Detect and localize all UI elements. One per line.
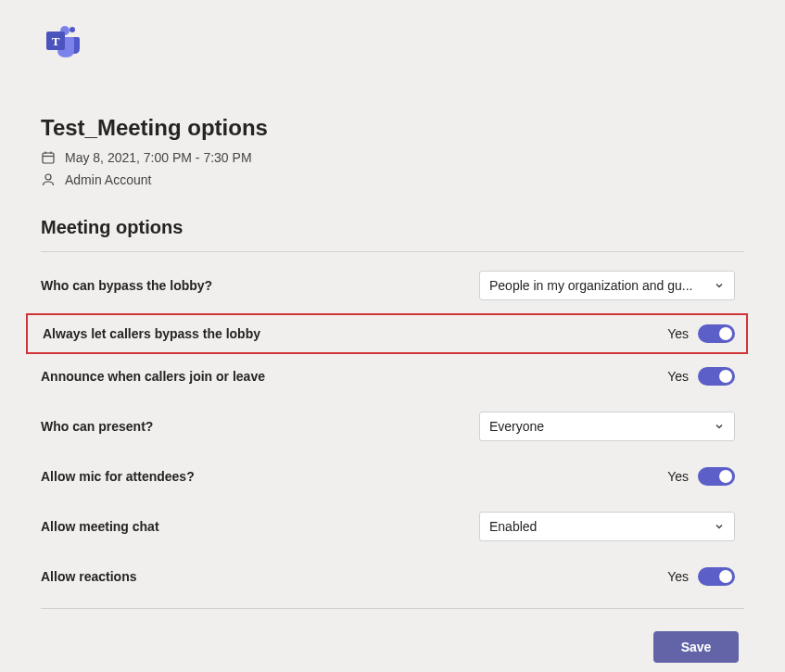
option-who-present: Who can present? Everyone — [41, 399, 744, 454]
option-label-meeting-chat: Allow meeting chat — [41, 519, 159, 534]
section-divider — [41, 251, 744, 252]
option-label-announce: Announce when callers join or leave — [41, 369, 265, 384]
calendar-icon — [41, 150, 56, 165]
select-who-present[interactable]: Everyone — [479, 412, 735, 441]
toggle-allow-mic[interactable] — [698, 467, 735, 486]
meeting-datetime-row: May 8, 2021, 7:00 PM - 7:30 PM — [41, 150, 744, 165]
option-always-bypass: Always let callers bypass the lobby Yes — [26, 313, 748, 354]
svg-point-8 — [45, 174, 51, 180]
select-meeting-chat[interactable]: Enabled — [479, 512, 735, 541]
svg-text:T: T — [52, 34, 60, 48]
person-icon — [41, 172, 56, 187]
toggle-value-announce: Yes — [667, 369, 689, 384]
chevron-down-icon — [714, 280, 725, 291]
select-value: Enabled — [489, 519, 537, 534]
toggle-value-always-bypass: Yes — [667, 326, 689, 341]
meeting-datetime: May 8, 2021, 7:00 PM - 7:30 PM — [65, 150, 252, 165]
page-title: Test_Meeting options — [41, 115, 744, 141]
select-value: People in my organization and gu... — [489, 278, 692, 293]
chevron-down-icon — [714, 421, 725, 432]
footer-divider — [41, 608, 744, 609]
meeting-organizer: Admin Account — [65, 172, 151, 187]
select-value: Everyone — [489, 419, 544, 434]
option-label-reactions: Allow reactions — [41, 569, 136, 584]
option-label-bypass-lobby: Who can bypass the lobby? — [41, 278, 212, 293]
option-allow-mic: Allow mic for attendees? Yes — [41, 454, 744, 499]
option-reactions: Allow reactions Yes — [41, 554, 744, 599]
toggle-value-reactions: Yes — [667, 569, 689, 584]
teams-logo: T — [41, 22, 744, 63]
chevron-down-icon — [714, 521, 725, 532]
toggle-reactions[interactable] — [698, 567, 735, 586]
option-announce: Announce when callers join or leave Yes — [41, 354, 744, 399]
option-meeting-chat: Allow meeting chat Enabled — [41, 499, 744, 554]
meeting-organizer-row: Admin Account — [41, 172, 744, 187]
svg-rect-4 — [43, 153, 54, 163]
toggle-always-bypass[interactable] — [698, 324, 735, 343]
save-button[interactable]: Save — [653, 631, 739, 663]
select-bypass-lobby[interactable]: People in my organization and gu... — [479, 271, 735, 300]
toggle-announce[interactable] — [698, 367, 735, 386]
option-label-allow-mic: Allow mic for attendees? — [41, 469, 195, 484]
option-label-who-present: Who can present? — [41, 419, 153, 434]
toggle-value-allow-mic: Yes — [667, 469, 689, 484]
option-label-always-bypass: Always let callers bypass the lobby — [43, 326, 260, 341]
svg-point-0 — [70, 27, 75, 32]
option-bypass-lobby: Who can bypass the lobby? People in my o… — [41, 258, 744, 313]
section-title: Meeting options — [41, 217, 744, 238]
